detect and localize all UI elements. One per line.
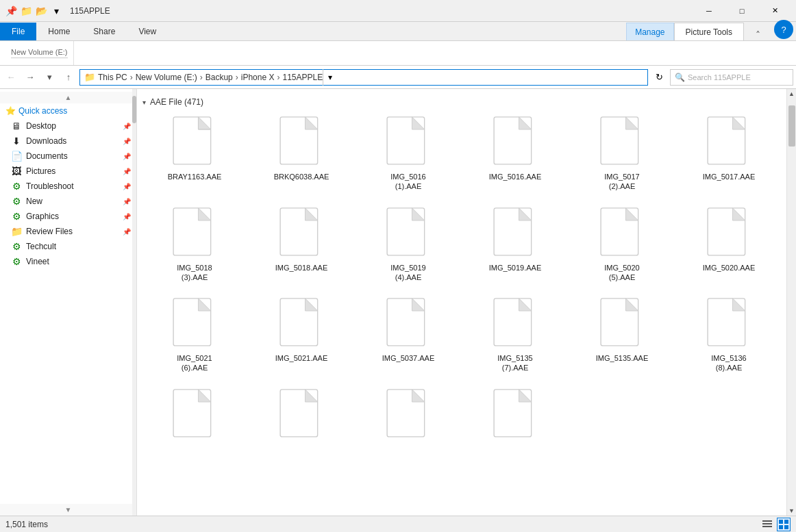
address-bar[interactable]: 📁 This PC › New Volume (E:) › Backup › i… bbox=[79, 69, 648, 86]
sidebar-item-troubleshoot[interactable]: ⚙ Troubleshoot 📌 bbox=[0, 179, 136, 194]
back-button[interactable]: ← bbox=[3, 69, 19, 86]
ribbon-expand-icon[interactable]: ˄ bbox=[744, 29, 771, 40]
arrow-down-icon[interactable]: ▾ bbox=[51, 5, 62, 16]
svg-rect-51 bbox=[779, 525, 783, 529]
search-box[interactable]: 🔍 Search 115APPLE bbox=[670, 69, 793, 86]
sidebar-scrollbar[interactable] bbox=[132, 89, 136, 516]
file-item[interactable]: IMG_5135(7).AAE bbox=[463, 292, 567, 378]
title-bar: 📌 📁 📂 ▾ 115APPLE ─ □ ✕ bbox=[0, 0, 796, 22]
file-icon bbox=[704, 116, 754, 170]
breadcrumb-iphone-x[interactable]: iPhone X bbox=[241, 73, 275, 82]
breadcrumb-115apple[interactable]: 115APPLE bbox=[282, 73, 323, 82]
file-name: IMG_5017.AAE bbox=[703, 172, 755, 181]
file-icon bbox=[170, 297, 219, 352]
sidebar-item-downloads[interactable]: ⬇ Downloads 📌 bbox=[0, 134, 136, 149]
file-item[interactable]: IMG_5018.AAE bbox=[249, 202, 353, 288]
pin-icon[interactable]: 📌 bbox=[5, 5, 16, 16]
file-icon bbox=[704, 207, 754, 262]
tab-view[interactable]: View bbox=[127, 23, 168, 40]
pin-icon-desktop: 📌 bbox=[123, 123, 131, 130]
folder-open-icon[interactable]: 📂 bbox=[36, 5, 47, 16]
file-item[interactable]: IMG_5019.AAE bbox=[463, 202, 567, 288]
file-icon bbox=[384, 388, 433, 443]
sidebar: ▲ ⭐ Quick access 🖥 Desktop 📌 ⬇ Downloads… bbox=[0, 89, 137, 516]
sidebar-item-troubleshoot-label: Troubleshoot bbox=[26, 181, 74, 191]
scroll-down-arrow[interactable]: ▼ bbox=[787, 506, 797, 516]
file-item[interactable]: BRAY1163.AAE bbox=[142, 111, 247, 197]
file-icon bbox=[490, 207, 540, 262]
file-item[interactable]: IMG_5135.AAE bbox=[570, 292, 674, 378]
sidebar-scroll-up[interactable]: ▲ bbox=[0, 92, 136, 103]
file-item[interactable]: IMG_5017(2).AAE bbox=[570, 111, 674, 197]
svg-rect-48 bbox=[762, 526, 772, 527]
file-item[interactable]: BRKQ6038.AAE bbox=[249, 111, 353, 197]
breadcrumb-new-volume[interactable]: New Volume (E:) bbox=[136, 73, 197, 82]
folder-icon[interactable]: 📁 bbox=[21, 5, 32, 16]
help-button[interactable]: ? bbox=[774, 20, 793, 39]
sidebar-item-vineet[interactable]: ⚙ Vineet bbox=[0, 254, 136, 269]
documents-icon: 📄 bbox=[11, 151, 22, 162]
up-button[interactable]: ↑ bbox=[60, 69, 77, 86]
sidebar-item-pictures-label: Pictures bbox=[26, 166, 55, 176]
file-item[interactable]: IMG_5018(3).AAE bbox=[142, 202, 247, 288]
forward-button[interactable]: → bbox=[22, 69, 38, 86]
file-item[interactable]: IMG_5020(5).AAE bbox=[570, 202, 674, 288]
file-item[interactable]: IMG_5016.AAE bbox=[463, 111, 567, 197]
minimize-button[interactable]: ─ bbox=[693, 0, 725, 22]
sidebar-item-new[interactable]: ⚙ New 📌 bbox=[0, 194, 136, 209]
file-item[interactable]: IMG_5016(1).AAE bbox=[356, 111, 460, 197]
breadcrumb-backup[interactable]: Backup bbox=[206, 73, 233, 82]
file-icon bbox=[490, 388, 540, 443]
sidebar-item-documents[interactable]: 📄 Documents 📌 bbox=[0, 149, 136, 164]
search-placeholder: Search 115APPLE bbox=[688, 73, 751, 81]
refresh-button[interactable]: ↻ bbox=[651, 69, 667, 86]
pin-icon-graphics: 📌 bbox=[123, 213, 131, 220]
tab-picture-tools[interactable]: Picture Tools bbox=[674, 23, 744, 40]
sidebar-item-review-files[interactable]: 📁 Review Files 📌 bbox=[0, 224, 136, 239]
file-name: BRKQ6038.AAE bbox=[274, 172, 329, 181]
sidebar-item-pictures[interactable]: 🖼 Pictures 📌 bbox=[0, 164, 136, 179]
sidebar-scroll-down[interactable]: ▼ bbox=[0, 504, 136, 516]
file-item[interactable]: IMG_5021(6).AAE bbox=[142, 292, 247, 378]
address-dropdown-button[interactable]: ▾ bbox=[323, 69, 336, 86]
tab-home[interactable]: Home bbox=[36, 23, 82, 40]
breadcrumb-this-pc[interactable]: This PC bbox=[98, 73, 127, 82]
file-item[interactable] bbox=[142, 383, 247, 449]
tab-share[interactable]: Share bbox=[82, 23, 127, 40]
file-item[interactable]: IMG_5020.AAE bbox=[677, 202, 781, 288]
sidebar-item-vineet-label: Vineet bbox=[26, 257, 49, 266]
file-item[interactable] bbox=[356, 383, 460, 449]
scrollbar-track[interactable] bbox=[788, 99, 795, 506]
content-area: ▾ AAE File (471) BRAY1163.AAE bbox=[137, 89, 786, 516]
file-item[interactable]: IMG_5019(4).AAE bbox=[356, 202, 460, 288]
pin-icon-troubleshoot: 📌 bbox=[123, 183, 131, 190]
vertical-scrollbar[interactable]: ▲ ▼ bbox=[786, 89, 796, 516]
file-item[interactable]: IMG_5037.AAE bbox=[356, 292, 460, 378]
dropdown-arrow[interactable]: ▾ bbox=[41, 69, 58, 86]
file-name: IMG_5021.AAE bbox=[275, 353, 327, 363]
sidebar-item-graphics[interactable]: ⚙ Graphics 📌 bbox=[0, 209, 136, 224]
file-item[interactable] bbox=[249, 383, 353, 449]
large-icons-view-button[interactable] bbox=[777, 518, 791, 531]
file-item[interactable]: IMG_5017.AAE bbox=[677, 111, 781, 197]
group-header[interactable]: ▾ AAE File (471) bbox=[142, 94, 781, 111]
sidebar-item-graphics-label: Graphics bbox=[26, 212, 59, 221]
svg-rect-52 bbox=[784, 525, 788, 529]
sidebar-item-documents-label: Documents bbox=[26, 151, 68, 161]
tab-file[interactable]: File bbox=[0, 23, 36, 40]
scroll-up-arrow[interactable]: ▲ bbox=[787, 89, 797, 99]
sidebar-item-desktop[interactable]: 🖥 Desktop 📌 bbox=[0, 118, 136, 134]
file-icon bbox=[384, 207, 433, 262]
group-toggle-icon[interactable]: ▾ bbox=[142, 99, 146, 106]
quick-access-header[interactable]: ⭐ Quick access bbox=[0, 103, 136, 118]
maximize-button[interactable]: □ bbox=[726, 0, 758, 22]
list-view-button[interactable] bbox=[760, 518, 774, 531]
file-item[interactable] bbox=[463, 383, 567, 449]
window-controls: ─ □ ✕ bbox=[693, 0, 791, 22]
close-button[interactable]: ✕ bbox=[759, 0, 791, 22]
file-item[interactable]: IMG_5136(8).AAE bbox=[677, 292, 781, 378]
sidebar-item-techcult[interactable]: ⚙ Techcult bbox=[0, 239, 136, 254]
pin-icon-pictures: 📌 bbox=[123, 168, 131, 175]
file-item[interactable]: IMG_5021.AAE bbox=[249, 292, 353, 378]
file-icon bbox=[277, 207, 326, 262]
